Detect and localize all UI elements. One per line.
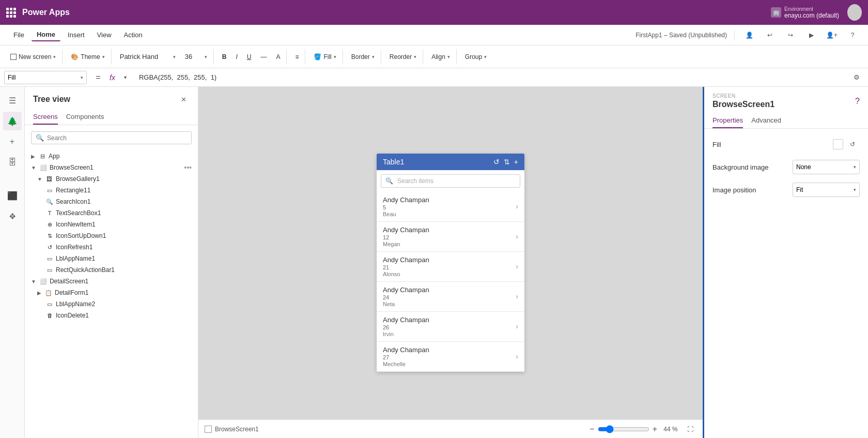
tab-advanced[interactable]: Advanced (751, 113, 781, 128)
font-size-btn[interactable]: 36 ▾ (181, 49, 211, 65)
list-item-2-arrow: › (516, 262, 518, 270)
format-group: B I U — A (216, 49, 287, 65)
list-item-1[interactable]: Andy Champan 12 Megan › (377, 222, 524, 252)
text-search-icon: T (45, 209, 54, 217)
user-profile-btn[interactable] (847, 5, 862, 20)
zoom-plus-btn[interactable]: + (653, 425, 657, 434)
bold-btn[interactable]: B (218, 49, 231, 65)
user-icon-btn[interactable]: 👤 (742, 28, 756, 42)
italic-btn[interactable]: I (231, 49, 241, 65)
formula-input[interactable] (136, 71, 845, 84)
tree-item-detail-form[interactable]: ▶ 📋 DetailForm1 (25, 287, 198, 298)
tree-item-app[interactable]: ▶ ⊟ App (25, 150, 198, 162)
align-pos-btn[interactable]: Align ▾ (427, 49, 454, 65)
refresh-icon[interactable]: ↺ (493, 158, 500, 166)
fill-reset-btn[interactable]: ↺ (845, 137, 860, 152)
reorder-chevron: ▾ (414, 54, 416, 59)
fill-label: Fill (323, 53, 331, 61)
browse-screen-more[interactable]: ••• (184, 163, 192, 172)
menu-view[interactable]: View (92, 29, 117, 41)
formula-expand-btn[interactable]: ▾ (118, 70, 133, 85)
border-btn[interactable]: Border ▾ (347, 49, 379, 65)
sort-icon[interactable]: ⇅ (504, 158, 510, 166)
text-align-btn[interactable]: ≡ (291, 49, 303, 65)
screen-info: SCREEN BrowseScreen1 (712, 93, 774, 109)
tree-item-browse-screen[interactable]: ▼ ⬜ BrowseScreen1 ••• (25, 162, 198, 173)
saved-status: FirstApp1 – Saved (Unpublished) (636, 32, 727, 39)
underline-btn[interactable]: U (243, 49, 256, 65)
list-item-4[interactable]: Andy Champan 26 Irvin › (377, 312, 524, 342)
tree-item-icon-new[interactable]: ⊕ IconNewItem1 (25, 219, 198, 230)
zoom-slider[interactable] (598, 425, 649, 433)
add-icon[interactable]: + (514, 158, 518, 166)
img-pos-dropdown[interactable]: Fit ▾ (793, 183, 860, 197)
search-icon-label: SearchIcon1 (56, 198, 192, 205)
tree-item-detail-screen[interactable]: ▼ ⬜ DetailScreen1 (25, 276, 198, 287)
tree-item-icon-sort[interactable]: ⇅ IconSortUpDown1 (25, 230, 198, 241)
tab-properties[interactable]: Properties (712, 113, 743, 128)
fullscreen-btn[interactable]: ⛶ (684, 423, 696, 435)
tree-close-btn[interactable]: ✕ (177, 93, 190, 105)
screen-label: SCREEN (712, 93, 774, 99)
tree-item-icon-delete[interactable]: 🗑 IconDelete1 (25, 310, 198, 321)
tree-item-rect-quick[interactable]: ▭ RectQuickActionBar1 (25, 264, 198, 276)
tab-screens[interactable]: Screens (33, 110, 58, 125)
property-select[interactable]: Fill ▾ (4, 71, 87, 84)
tree-items: ▶ ⊟ App ▼ ⬜ BrowseScreen1 ••• ▼ 🖼 Browse… (25, 148, 198, 438)
formula-settings-btn[interactable]: ⚙ (849, 70, 864, 85)
hamburger-btn[interactable]: ☰ (3, 91, 22, 110)
app-header: Table1 ↺ ⇅ + (377, 154, 524, 170)
tree-view-btn[interactable]: 🌲 (3, 112, 22, 130)
prop-img-pos-row: Image position Fit ▾ (712, 183, 860, 197)
plus-btn[interactable]: + (3, 132, 22, 151)
menu-action[interactable]: Action (119, 29, 148, 41)
prop-bg-image-row: Background image None ▾ (712, 160, 860, 174)
app-search-bar[interactable]: 🔍 Search items (381, 174, 520, 188)
tree-item-lbl2[interactable]: ▭ LblAppName2 (25, 298, 198, 310)
list-item-5[interactable]: Andy Champan 27 Mechelle › (377, 342, 524, 372)
avatar (847, 4, 862, 21)
menu-file[interactable]: File (8, 29, 29, 41)
database-btn[interactable]: 🗄 (3, 153, 22, 172)
menu-home[interactable]: Home (32, 28, 60, 41)
waffle-icon[interactable] (6, 8, 16, 18)
tree-item-icon-refresh[interactable]: ↺ IconRefresh1 (25, 241, 198, 253)
list-item-2[interactable]: Andy Champan 21 Alonso › (377, 252, 524, 282)
bg-image-dropdown[interactable]: None ▾ (793, 160, 860, 174)
fill-btn[interactable]: 🪣 Fill ▾ (309, 49, 340, 65)
search-icon-tree: 🔍 (45, 198, 54, 206)
zoom-minus-btn[interactable]: − (590, 425, 594, 434)
group-btn[interactable]: Group ▾ (461, 49, 491, 65)
lbl2-icon: ▭ (45, 300, 54, 308)
font-name-btn[interactable]: Patrick Hand ▾ (116, 49, 180, 65)
list-item-0[interactable]: Andy Champan 5 Beau › (377, 192, 524, 222)
menu-insert[interactable]: Insert (63, 29, 90, 41)
tab-components[interactable]: Components (66, 110, 104, 125)
reorder-btn[interactable]: Reorder ▾ (385, 49, 421, 65)
layers-btn[interactable]: ⬛ (3, 186, 22, 205)
tree-item-text-search[interactable]: T TextSearchBox1 (25, 207, 198, 219)
theme-btn[interactable]: 🎨 Theme ▾ (67, 49, 109, 65)
tree-item-lbl-app[interactable]: ▭ LblAppName1 (25, 253, 198, 264)
tree-item-search-icon[interactable]: 🔍 SearchIcon1 (25, 196, 198, 207)
tree-item-gallery[interactable]: ▼ 🖼 BrowseGallery1 (25, 173, 198, 185)
env-name: enayu.com (default) (784, 12, 839, 19)
help-btn[interactable]: ? (845, 28, 860, 42)
form-chevron: ▶ (37, 290, 41, 296)
tree-item-rect11[interactable]: ▭ Rectangle11 (25, 185, 198, 196)
tree-header: Tree view ✕ (25, 87, 198, 110)
undo-btn[interactable]: ↩ (763, 28, 777, 42)
font-color-btn[interactable]: A (272, 49, 284, 65)
fill-color-swatch[interactable] (833, 139, 843, 149)
components-btn[interactable]: ❖ (3, 207, 22, 225)
strikethrough-btn[interactable]: — (256, 49, 271, 65)
formula-equals-btn[interactable]: = (91, 70, 105, 85)
right-help-btn[interactable]: ? (855, 97, 860, 106)
play-btn[interactable]: ▶ (804, 28, 818, 42)
list-item-3[interactable]: Andy Champan 24 Neta › (377, 282, 524, 312)
new-screen-btn[interactable]: New screen ▾ (6, 49, 60, 65)
screen-tab-checkbox[interactable] (205, 426, 212, 433)
share-btn[interactable]: 👤+ (825, 28, 839, 42)
redo-btn[interactable]: ↪ (783, 28, 798, 42)
tree-search-input[interactable] (47, 134, 187, 142)
